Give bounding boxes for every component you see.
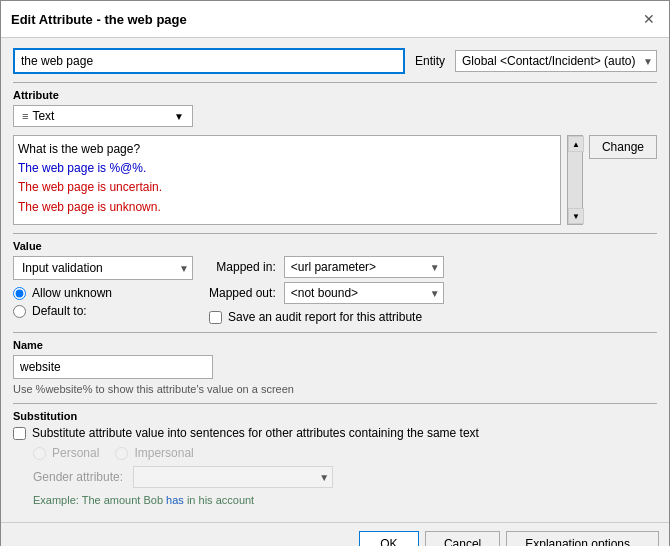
dialog-title: Edit Attribute - the web page xyxy=(11,12,187,27)
title-bar: Edit Attribute - the web page ✕ xyxy=(1,1,669,38)
substitution-checkbox-row: Substitute attribute value into sentence… xyxy=(13,426,657,440)
attribute-name-input[interactable] xyxy=(13,48,405,74)
attribute-type-value: Text xyxy=(32,109,54,123)
gender-select xyxy=(133,466,333,488)
validation-row: Input validation ▼ xyxy=(13,256,193,280)
bottom-buttons: OK Cancel Explanation options... xyxy=(1,522,669,546)
substitution-section: Substitution Substitute attribute value … xyxy=(13,403,657,506)
default-to-label: Default to: xyxy=(32,304,87,318)
substitution-checkbox[interactable] xyxy=(13,427,26,440)
close-button[interactable]: ✕ xyxy=(639,9,659,29)
attribute-section-label: Attribute xyxy=(13,89,657,101)
explanation-options-button[interactable]: Explanation options... xyxy=(506,531,659,546)
impersonal-label: Impersonal xyxy=(134,446,193,460)
personal-impersonal-row: Personal Impersonal xyxy=(13,446,657,460)
name-section: Name Use %website% to show this attribut… xyxy=(13,332,657,395)
name-field[interactable] xyxy=(13,355,213,379)
radio-row: Allow unknown Default to: xyxy=(13,286,193,318)
attribute-section: Attribute ≡ Text ▼ xyxy=(13,82,657,127)
mapped-out-select-wrapper: <not bound> ▼ xyxy=(284,282,444,304)
example-highlight: has xyxy=(166,494,184,506)
change-button[interactable]: Change xyxy=(589,135,657,159)
attribute-type-box[interactable]: ≡ Text ▼ xyxy=(13,105,193,127)
mapped-in-select[interactable]: <url parameter> xyxy=(284,256,444,278)
mapped-in-select-wrapper: <url parameter> ▼ xyxy=(284,256,444,278)
scroll-down-button[interactable]: ▼ xyxy=(568,208,584,224)
scroll-up-button[interactable]: ▲ xyxy=(568,136,584,152)
value-right: Mapped in: <url parameter> ▼ Mapped out:… xyxy=(209,256,444,324)
phrases-box: What is the web page? The web page is %@… xyxy=(13,135,561,225)
gender-row: Gender attribute: ▼ xyxy=(13,466,657,488)
personal-radio: Personal xyxy=(33,446,99,460)
mapped-in-label: Mapped in: xyxy=(209,260,276,274)
audit-checkbox-row: Save an audit report for this attribute xyxy=(209,310,444,324)
cancel-button[interactable]: Cancel xyxy=(425,531,500,546)
attribute-row: ≡ Text ▼ xyxy=(13,105,657,127)
gender-select-wrapper: ▼ xyxy=(133,466,333,488)
audit-label: Save an audit report for this attribute xyxy=(228,310,422,324)
scroll-bar[interactable]: ▲ ▼ xyxy=(567,135,583,225)
dialog-content: Entity Global <Contact/Incident> (auto) … xyxy=(1,38,669,522)
name-hint: Use %website% to show this attribute's v… xyxy=(13,383,657,395)
value-section-label: Value xyxy=(13,240,657,252)
mapped-grid: Mapped in: <url parameter> ▼ Mapped out:… xyxy=(209,256,444,304)
text-type-icon: ≡ xyxy=(22,110,28,122)
mapped-out-select[interactable]: <not bound> xyxy=(284,282,444,304)
validation-select-wrapper: Input validation ▼ xyxy=(13,256,193,280)
substitution-label: Substitute attribute value into sentence… xyxy=(32,426,479,440)
personal-label: Personal xyxy=(52,446,99,460)
scroll-track xyxy=(568,152,582,208)
allow-unknown-label: Allow unknown xyxy=(32,286,112,300)
phrase-line2: The web page is uncertain. xyxy=(18,178,556,197)
default-to-radio[interactable]: Default to: xyxy=(13,304,193,318)
impersonal-radio: Impersonal xyxy=(115,446,193,460)
attribute-type-dropdown-icon: ▼ xyxy=(174,111,184,122)
entity-label: Entity xyxy=(415,54,445,68)
value-row: Input validation ▼ Allow unknown Defaul xyxy=(13,256,657,324)
allow-unknown-radio[interactable]: Allow unknown xyxy=(13,286,193,300)
mapped-out-label: Mapped out: xyxy=(209,286,276,300)
validation-select[interactable]: Input validation xyxy=(13,256,193,280)
name-section-label: Name xyxy=(13,339,657,351)
phrases-section: What is the web page? The web page is %@… xyxy=(13,135,657,225)
gender-attribute-label: Gender attribute: xyxy=(33,470,123,484)
entity-select-wrapper: Global <Contact/Incident> (auto) ▼ xyxy=(455,50,657,72)
phrase-question: What is the web page? xyxy=(18,140,556,159)
substitution-section-label: Substitution xyxy=(13,410,657,422)
phrase-line1: The web page is %@%. xyxy=(18,159,556,178)
audit-checkbox[interactable] xyxy=(209,311,222,324)
phrase-line3: The web page is unknown. xyxy=(18,198,556,217)
entity-select[interactable]: Global <Contact/Incident> (auto) xyxy=(455,50,657,72)
ok-button[interactable]: OK xyxy=(359,531,419,546)
value-left: Input validation ▼ Allow unknown Defaul xyxy=(13,256,193,324)
value-section: Value Input validation ▼ xyxy=(13,233,657,324)
top-row: Entity Global <Contact/Incident> (auto) … xyxy=(13,48,657,74)
example-text: Example: The amount Bob has in his accou… xyxy=(13,494,657,506)
edit-attribute-dialog: Edit Attribute - the web page ✕ Entity G… xyxy=(0,0,670,546)
